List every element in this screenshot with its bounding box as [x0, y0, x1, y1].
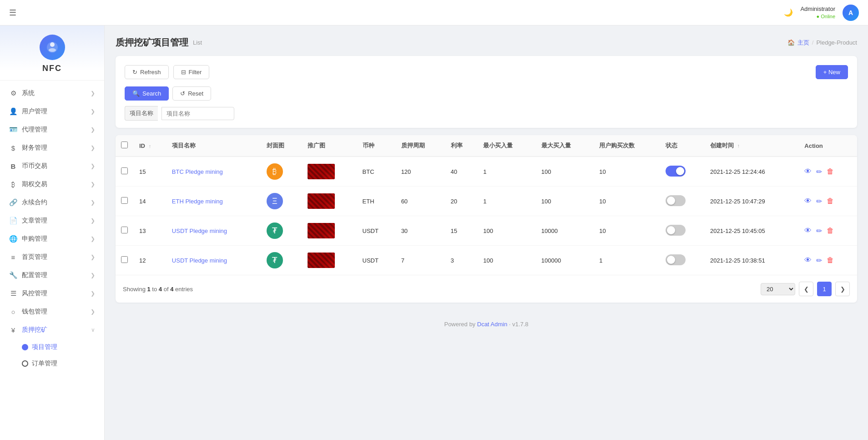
moon-icon[interactable]: 🌙	[784, 8, 793, 17]
row-checkbox-14[interactable]	[121, 197, 128, 204]
breadcrumb: 🏠 主页 / Pledge-Product	[787, 39, 857, 47]
coin-trading-label: 币币交易	[22, 162, 47, 170]
view-button-13[interactable]: 👁	[804, 227, 812, 235]
sidebar-item-project-management[interactable]: 项目管理	[0, 339, 104, 355]
status-toggle-13[interactable]	[666, 225, 686, 236]
table-row: 13 USDT Pledge mining ₮ USDT 30 15 100 1…	[116, 216, 857, 246]
topbar-right: 🌙 Administrator Online A	[784, 5, 859, 21]
table-header-row: ID ↑ 项目名称 封面图 推广图 币种 质押周期 利率 最小买入量 最大买入量…	[116, 135, 857, 157]
status-toggle-15[interactable]	[666, 166, 686, 177]
created-at-sort-icon[interactable]: ↑	[737, 143, 740, 148]
sidebar-item-system[interactable]: ⚙ 系统 ❯	[0, 84, 104, 102]
new-label: + New	[823, 69, 840, 76]
next-page-button[interactable]: ❯	[835, 282, 850, 296]
page-1-button[interactable]: 1	[817, 282, 832, 296]
search-button[interactable]: 🔍 Search	[125, 86, 169, 101]
data-table: ID ↑ 项目名称 封面图 推广图 币种 质押周期 利率 最小买入量 最大买入量…	[116, 135, 857, 275]
footer-separator: ·	[509, 321, 512, 328]
id-sort-icon[interactable]: ↑	[149, 143, 151, 149]
sidebar-item-pledge-mining[interactable]: ¥ 质押挖矿 ∨	[0, 321, 104, 339]
pledge-mining-submenu: 项目管理 订单管理	[0, 339, 104, 372]
row-rate: 15	[445, 216, 478, 246]
delete-button-13[interactable]: 🗑	[827, 227, 834, 235]
config-management-icon: 🔧	[9, 271, 17, 279]
view-button-15[interactable]: 👁	[804, 167, 812, 176]
edit-button-13[interactable]: ✏	[816, 227, 822, 235]
layout: NFC ⚙ 系统 ❯ 👤 用户管理 ❯ 🪪 代理管理	[0, 25, 868, 440]
sidebar-item-agent-management[interactable]: 🪪 代理管理 ❯	[0, 121, 104, 139]
order-management-dot	[22, 360, 28, 367]
prev-page-button[interactable]: ❮	[799, 282, 813, 296]
footer-link[interactable]: Dcat Admin	[477, 321, 507, 328]
table-row: 12 USDT Pledge mining ₮ USDT 7 3 100 100…	[116, 246, 857, 275]
row-max-buy: 10000	[536, 216, 594, 246]
action-buttons: 👁 ✏ 🗑	[804, 167, 852, 176]
view-button-12[interactable]: 👁	[804, 256, 812, 264]
finance-management-arrow-icon: ❯	[91, 145, 95, 151]
row-checkbox-13[interactable]	[121, 227, 128, 233]
toolbar-left: ↻ Refresh ⊟ Filter	[125, 65, 209, 79]
sidebar-item-purchase-management[interactable]: 🌐 申购管理 ❯	[0, 230, 104, 248]
th-name: 项目名称	[167, 135, 261, 157]
row-promo	[302, 216, 357, 246]
edit-button-15[interactable]: ✏	[816, 167, 822, 176]
table-row: 15 BTC Pledge mining ₿ BTC 120 40 1 100 …	[116, 157, 857, 187]
field-name-input[interactable]	[161, 107, 234, 120]
action-buttons: 👁 ✏ 🗑	[804, 227, 852, 235]
homepage-management-arrow-icon: ❯	[91, 254, 95, 260]
sidebar-item-coin-trading[interactable]: B 币币交易 ❯	[0, 157, 104, 175]
sidebar-item-user-management[interactable]: 👤 用户管理 ❯	[0, 102, 104, 121]
row-name-link[interactable]: USDT Pledge mining	[172, 228, 227, 234]
row-period: 120	[396, 157, 445, 187]
sidebar-item-futures-trading[interactable]: ₿ 期权交易 ❯	[0, 175, 104, 193]
reset-button[interactable]: ↺ Reset	[172, 86, 211, 101]
sidebar-logo: NFC	[0, 25, 104, 81]
sidebar-item-finance-management[interactable]: $ 财务管理 ❯	[0, 139, 104, 157]
delete-button-15[interactable]: 🗑	[827, 167, 834, 176]
row-buy-count: 10	[594, 157, 660, 187]
wallet-management-label: 钱包管理	[22, 308, 47, 316]
row-name-link[interactable]: ETH Pledge mining	[172, 198, 223, 205]
system-icon: ⚙	[9, 89, 17, 97]
sidebar-item-risk-management[interactable]: ☰ 风控管理 ❯	[0, 284, 104, 303]
delete-button-14[interactable]: 🗑	[827, 197, 834, 205]
status-toggle-12[interactable]	[666, 254, 686, 265]
row-checkbox-12[interactable]	[121, 256, 128, 263]
sidebar-item-config-management[interactable]: 🔧 配置管理 ❯	[0, 266, 104, 284]
refresh-button[interactable]: ↻ Refresh	[125, 65, 169, 79]
select-all-checkbox[interactable]	[121, 142, 128, 148]
row-status	[660, 246, 704, 275]
sidebar-item-perpetual-contract[interactable]: 🔗 永续合约 ❯	[0, 193, 104, 212]
coin-trading-icon: B	[9, 162, 17, 170]
sidebar-item-wallet-management[interactable]: ○ 钱包管理 ❯	[0, 303, 104, 321]
homepage-management-icon: ≡	[9, 253, 17, 261]
search-label: Search	[142, 90, 161, 97]
view-button-14[interactable]: 👁	[804, 197, 812, 205]
hamburger-icon[interactable]: ☰	[9, 8, 16, 18]
table-wrapper: ID ↑ 项目名称 封面图 推广图 币种 质押周期 利率 最小买入量 最大买入量…	[116, 135, 857, 275]
page-size-select[interactable]: 10 20 50 100	[761, 283, 795, 295]
row-name-link[interactable]: BTC Pledge mining	[172, 168, 223, 175]
table-body: 15 BTC Pledge mining ₿ BTC 120 40 1 100 …	[116, 157, 857, 275]
row-name: BTC Pledge mining	[167, 157, 261, 187]
breadcrumb-home-link[interactable]: 主页	[797, 39, 809, 47]
filter-button[interactable]: ⊟ Filter	[173, 65, 210, 79]
footer-version: v1.7.8	[512, 321, 528, 328]
sidebar-item-article-management[interactable]: 📄 文章管理 ❯	[0, 212, 104, 230]
row-created-at: 2021-12-25 10:45:05	[705, 216, 799, 246]
delete-button-12[interactable]: 🗑	[827, 256, 834, 264]
user-avatar[interactable]: A	[843, 5, 859, 21]
row-checkbox-15[interactable]	[121, 167, 128, 174]
pagination-showing-prefix: Showing	[123, 286, 147, 293]
new-button[interactable]: + New	[816, 65, 848, 79]
edit-button-14[interactable]: ✏	[816, 197, 822, 206]
sidebar-item-order-management[interactable]: 订单管理	[0, 355, 104, 372]
th-buy-count: 用户购买次数	[594, 135, 660, 157]
row-promo	[302, 157, 357, 187]
sidebar-item-homepage-management[interactable]: ≡ 首页管理 ❯	[0, 248, 104, 266]
edit-button-12[interactable]: ✏	[816, 256, 822, 265]
th-created-at: 创建时间 ↑	[705, 135, 799, 157]
row-name-link[interactable]: USDT Pledge mining	[172, 257, 227, 264]
toolbar: ↻ Refresh ⊟ Filter + New 🔍 Search	[116, 56, 857, 128]
status-toggle-14[interactable]	[666, 195, 686, 206]
